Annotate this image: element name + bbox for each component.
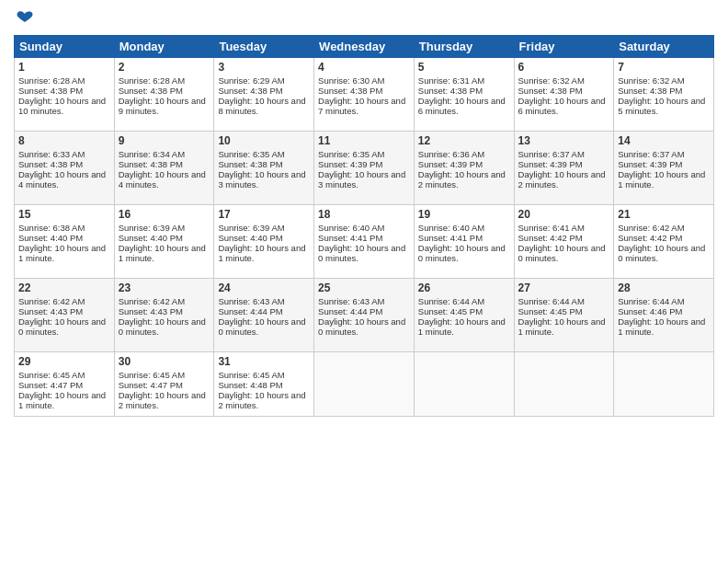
daylight-text: Daylight: 10 hours and 1 minute. — [418, 316, 506, 337]
sunset-text: Sunset: 4:45 PM — [418, 306, 483, 316]
sunset-text: Sunset: 4:41 PM — [318, 233, 382, 243]
daylight-text: Daylight: 10 hours and 2 minutes. — [218, 390, 305, 410]
sunrise-text: Sunrise: 6:37 AM — [618, 149, 684, 159]
table-row: 20Sunrise: 6:41 AMSunset: 4:42 PMDayligh… — [514, 205, 614, 279]
sunset-text: Sunset: 4:47 PM — [18, 380, 83, 390]
col-friday: Friday — [514, 36, 614, 58]
sunrise-text: Sunrise: 6:42 AM — [119, 296, 185, 306]
table-row: 12Sunrise: 6:36 AMSunset: 4:39 PMDayligh… — [414, 132, 514, 205]
table-row: 2Sunrise: 6:28 AMSunset: 4:38 PMDaylight… — [114, 58, 214, 132]
calendar-header-row: Sunday Monday Tuesday Wednesday Thursday… — [15, 36, 714, 58]
day-number: 7 — [618, 61, 710, 74]
day-number: 16 — [119, 208, 210, 221]
daylight-text: Daylight: 10 hours and 0 minutes. — [119, 316, 206, 337]
table-row: 29Sunrise: 6:45 AMSunset: 4:47 PMDayligh… — [15, 352, 115, 417]
sunset-text: Sunset: 4:42 PM — [618, 233, 682, 243]
sunset-text: Sunset: 4:41 PM — [418, 233, 483, 243]
day-number: 25 — [318, 282, 410, 294]
sunrise-text: Sunrise: 6:45 AM — [18, 370, 85, 380]
daylight-text: Daylight: 10 hours and 10 minutes. — [18, 96, 106, 116]
table-row: 21Sunrise: 6:42 AMSunset: 4:42 PMDayligh… — [614, 205, 714, 279]
day-number: 12 — [418, 134, 510, 147]
daylight-text: Daylight: 10 hours and 0 minutes. — [318, 316, 405, 337]
sunset-text: Sunset: 4:40 PM — [119, 233, 183, 243]
table-row — [414, 352, 514, 417]
daylight-text: Daylight: 10 hours and 3 minutes. — [318, 169, 405, 190]
day-number: 29 — [18, 355, 110, 368]
day-number: 23 — [119, 282, 210, 294]
table-row: 18Sunrise: 6:40 AMSunset: 4:41 PMDayligh… — [314, 205, 415, 279]
day-number: 8 — [18, 134, 110, 147]
table-row: 17Sunrise: 6:39 AMSunset: 4:40 PMDayligh… — [214, 205, 314, 279]
table-row: 5Sunrise: 6:31 AMSunset: 4:38 PMDaylight… — [414, 58, 514, 132]
daylight-text: Daylight: 10 hours and 5 minutes. — [618, 96, 705, 116]
sunset-text: Sunset: 4:38 PM — [618, 86, 682, 96]
day-number: 6 — [518, 61, 610, 74]
table-row: 4Sunrise: 6:30 AMSunset: 4:38 PMDaylight… — [314, 58, 415, 132]
table-row: 11Sunrise: 6:35 AMSunset: 4:39 PMDayligh… — [314, 132, 415, 205]
day-number: 14 — [618, 134, 710, 147]
table-row: 22Sunrise: 6:42 AMSunset: 4:43 PMDayligh… — [15, 279, 115, 352]
sunrise-text: Sunrise: 6:38 AM — [18, 223, 85, 233]
table-row: 25Sunrise: 6:43 AMSunset: 4:44 PMDayligh… — [314, 279, 415, 352]
sunrise-text: Sunrise: 6:29 AM — [218, 75, 284, 86]
sunrise-text: Sunrise: 6:43 AM — [218, 296, 284, 306]
table-row: 28Sunrise: 6:44 AMSunset: 4:46 PMDayligh… — [614, 279, 714, 352]
sunset-text: Sunset: 4:39 PM — [518, 159, 583, 169]
table-row — [514, 352, 614, 417]
sunset-text: Sunset: 4:44 PM — [218, 306, 282, 316]
sunrise-text: Sunrise: 6:45 AM — [119, 370, 185, 380]
sunrise-text: Sunrise: 6:41 AM — [518, 223, 585, 233]
sunrise-text: Sunrise: 6:30 AM — [318, 75, 384, 86]
sunrise-text: Sunrise: 6:31 AM — [418, 75, 484, 86]
sunrise-text: Sunrise: 6:28 AM — [18, 75, 85, 86]
table-row: 31Sunrise: 6:45 AMSunset: 4:48 PMDayligh… — [214, 352, 314, 417]
day-number: 2 — [119, 61, 210, 74]
col-tuesday: Tuesday — [214, 36, 314, 58]
page: Sunday Monday Tuesday Wednesday Thursday… — [0, 0, 728, 563]
sunrise-text: Sunrise: 6:36 AM — [418, 149, 484, 159]
day-number: 17 — [218, 208, 310, 221]
daylight-text: Daylight: 10 hours and 1 minute. — [518, 316, 606, 337]
day-number: 5 — [418, 61, 510, 74]
table-row: 30Sunrise: 6:45 AMSunset: 4:47 PMDayligh… — [114, 352, 214, 417]
day-number: 28 — [618, 282, 710, 294]
table-row: 27Sunrise: 6:44 AMSunset: 4:45 PMDayligh… — [514, 279, 614, 352]
sunrise-text: Sunrise: 6:39 AM — [218, 223, 284, 233]
sunrise-text: Sunrise: 6:45 AM — [218, 370, 284, 380]
col-saturday: Saturday — [614, 36, 714, 58]
sunrise-text: Sunrise: 6:42 AM — [18, 296, 85, 306]
day-number: 3 — [218, 61, 310, 74]
day-number: 4 — [318, 61, 410, 74]
header — [14, 9, 714, 28]
daylight-text: Daylight: 10 hours and 1 minute. — [618, 169, 705, 190]
table-row: 9Sunrise: 6:34 AMSunset: 4:38 PMDaylight… — [114, 132, 214, 205]
sunrise-text: Sunrise: 6:42 AM — [618, 223, 684, 233]
table-row: 8Sunrise: 6:33 AMSunset: 4:38 PMDaylight… — [15, 132, 115, 205]
daylight-text: Daylight: 10 hours and 2 minutes. — [518, 169, 606, 190]
daylight-text: Daylight: 10 hours and 1 minute. — [18, 390, 106, 410]
sunset-text: Sunset: 4:38 PM — [218, 159, 282, 169]
daylight-text: Daylight: 10 hours and 0 minutes. — [18, 316, 106, 337]
sunrise-text: Sunrise: 6:35 AM — [318, 149, 384, 159]
day-number: 9 — [119, 134, 210, 147]
sunset-text: Sunset: 4:38 PM — [18, 86, 83, 96]
day-number: 22 — [18, 282, 110, 294]
daylight-text: Daylight: 10 hours and 7 minutes. — [318, 96, 405, 116]
logo — [14, 9, 34, 28]
sunset-text: Sunset: 4:45 PM — [518, 306, 583, 316]
sunrise-text: Sunrise: 6:33 AM — [18, 149, 85, 159]
sunrise-text: Sunrise: 6:44 AM — [418, 296, 484, 306]
day-number: 21 — [618, 208, 710, 221]
table-row: 6Sunrise: 6:32 AMSunset: 4:38 PMDaylight… — [514, 58, 614, 132]
table-row: 23Sunrise: 6:42 AMSunset: 4:43 PMDayligh… — [114, 279, 214, 352]
sunrise-text: Sunrise: 6:44 AM — [618, 296, 684, 306]
sunset-text: Sunset: 4:38 PM — [518, 86, 583, 96]
logo-bird-icon — [16, 9, 34, 28]
day-number: 10 — [218, 134, 310, 147]
day-number: 24 — [218, 282, 310, 294]
sunset-text: Sunset: 4:48 PM — [218, 380, 282, 390]
table-row: 1Sunrise: 6:28 AMSunset: 4:38 PMDaylight… — [15, 58, 115, 132]
day-number: 1 — [18, 61, 110, 74]
sunrise-text: Sunrise: 6:39 AM — [119, 223, 185, 233]
